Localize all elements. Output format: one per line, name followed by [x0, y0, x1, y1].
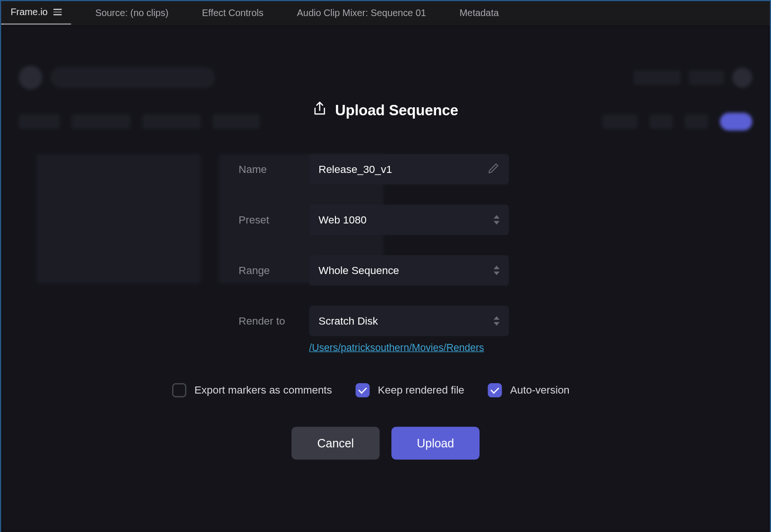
- range-value: Whole Sequence: [318, 264, 399, 276]
- tab-audio-mixer[interactable]: Audio Clip Mixer: Sequence 01: [288, 1, 436, 25]
- checkbox-box: [488, 383, 502, 397]
- tab-label: Source: (no clips): [95, 8, 169, 18]
- range-label: Range: [239, 264, 309, 276]
- checkbox-box: [356, 383, 370, 397]
- modal-header: Upload Sequence: [180, 101, 591, 119]
- cancel-button[interactable]: Cancel: [291, 427, 380, 460]
- checkbox-label: Auto-version: [510, 384, 570, 396]
- render-to-select[interactable]: Scratch Disk: [309, 306, 509, 336]
- stepper-icon: [494, 316, 499, 326]
- range-row: Range Whole Sequence: [239, 255, 591, 286]
- render-to-row: Render to Scratch Disk: [239, 306, 591, 336]
- checkbox-label: Export markers as comments: [195, 384, 332, 396]
- upload-icon: [313, 101, 327, 119]
- name-value: Release_30_v1: [318, 163, 392, 175]
- tab-metadata[interactable]: Metadata: [450, 1, 508, 25]
- panel-tabbar: Frame.io Source: (no clips) Effect Contr…: [1, 1, 770, 25]
- preset-label: Preset: [239, 214, 309, 226]
- name-input[interactable]: Release_30_v1: [309, 154, 509, 185]
- tab-effect-controls[interactable]: Effect Controls: [193, 1, 273, 25]
- name-row: Name Release_30_v1: [239, 154, 591, 185]
- tab-label: Frame.io: [10, 7, 48, 17]
- preset-value: Web 1080: [318, 214, 367, 226]
- auto-version-checkbox[interactable]: Auto-version: [488, 383, 570, 397]
- checkbox-row: Export markers as comments Keep rendered…: [150, 383, 591, 397]
- name-label: Name: [239, 163, 309, 175]
- checkbox-box: [172, 383, 186, 397]
- upload-sequence-modal: Upload Sequence Name Release_30_v1: [180, 101, 591, 532]
- render-to-value: Scratch Disk: [318, 315, 378, 327]
- render-to-label: Render to: [239, 315, 309, 327]
- export-markers-checkbox[interactable]: Export markers as comments: [172, 383, 332, 397]
- stepper-icon: [494, 266, 499, 275]
- keep-rendered-checkbox[interactable]: Keep rendered file: [356, 383, 464, 397]
- hamburger-icon[interactable]: [53, 9, 61, 15]
- modal-overlay: Upload Sequence Name Release_30_v1: [1, 25, 770, 532]
- modal-title: Upload Sequence: [335, 102, 458, 119]
- render-path-link[interactable]: /Users/patricksouthern/Movies/Renders: [309, 342, 484, 354]
- tab-label: Metadata: [460, 8, 499, 18]
- tab-label: Audio Clip Mixer: Sequence 01: [297, 8, 426, 18]
- stepper-icon: [494, 215, 499, 224]
- pencil-icon[interactable]: [488, 162, 500, 177]
- range-select[interactable]: Whole Sequence: [309, 255, 509, 286]
- upload-button[interactable]: Upload: [392, 427, 480, 460]
- checkbox-label: Keep rendered file: [378, 384, 464, 396]
- preset-row: Preset Web 1080: [239, 205, 591, 235]
- tab-source[interactable]: Source: (no clips): [86, 1, 178, 25]
- preset-select[interactable]: Web 1080: [309, 205, 509, 235]
- tab-frameio[interactable]: Frame.io: [1, 1, 71, 25]
- tab-label: Effect Controls: [202, 8, 263, 18]
- button-row: Cancel Upload: [180, 427, 591, 460]
